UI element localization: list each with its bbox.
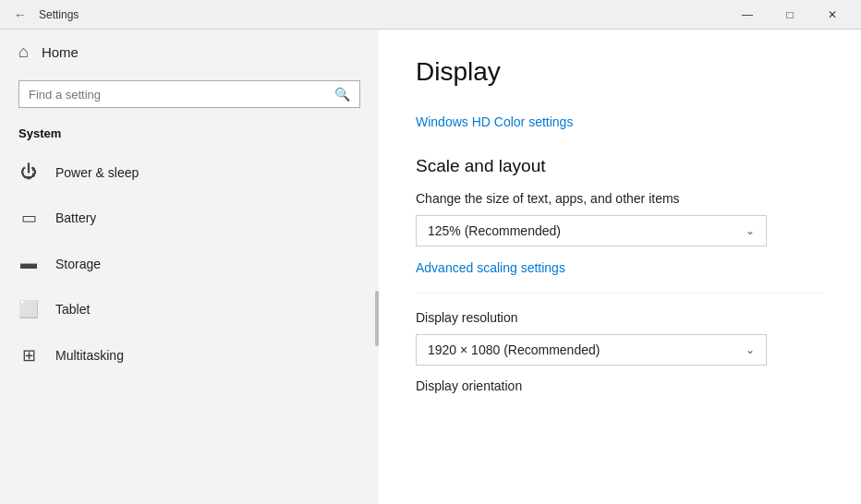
windows-hd-link[interactable]: Windows HD Color settings	[416, 114, 573, 129]
page-title: Display	[416, 57, 824, 87]
tablet-icon: ⬜	[18, 299, 39, 319]
app-body: ⌂ Home 🔍 System ⏻ Power & sleep ▭ Batter…	[0, 30, 861, 504]
search-input[interactable]	[29, 88, 327, 102]
orientation-label: Display orientation	[416, 378, 824, 393]
sidebar-item-label: Battery	[55, 210, 96, 225]
sidebar-item-label: Multitasking	[55, 348, 124, 363]
close-button[interactable]: ✕	[811, 0, 854, 30]
sidebar-item-multitasking[interactable]: ⊞ Multitasking	[0, 332, 379, 378]
sidebar-item-battery[interactable]: ▭ Battery	[0, 195, 379, 241]
sidebar-item-label: Tablet	[55, 302, 90, 317]
maximize-button[interactable]: □	[769, 0, 811, 30]
content-subtitle	[416, 94, 824, 108]
sidebar-item-tablet[interactable]: ⬜ Tablet	[0, 286, 379, 332]
scale-label: Change the size of text, apps, and other…	[416, 191, 824, 206]
section-divider	[416, 293, 824, 294]
resolution-label: Display resolution	[416, 310, 824, 325]
sidebar: ⌂ Home 🔍 System ⏻ Power & sleep ▭ Batter…	[0, 30, 379, 504]
sidebar-item-storage[interactable]: ▬ Storage	[0, 241, 379, 286]
chevron-down-icon: ⌄	[746, 343, 755, 356]
sidebar-item-power-sleep[interactable]: ⏻ Power & sleep	[0, 150, 379, 195]
sidebar-section-title: System	[0, 121, 379, 150]
storage-icon: ▬	[18, 254, 39, 273]
sidebar-item-home[interactable]: ⌂ Home	[0, 30, 379, 75]
advanced-scaling-link[interactable]: Advanced scaling settings	[416, 260, 565, 275]
window-controls: — □ ✕	[726, 0, 854, 30]
minimize-button[interactable]: —	[726, 0, 769, 30]
power-sleep-icon: ⏻	[18, 162, 39, 182]
resolution-dropdown[interactable]: 1920 × 1080 (Recommended) ⌄	[416, 334, 767, 366]
content-area: Display Windows HD Color settings Scale …	[379, 30, 861, 504]
scale-dropdown[interactable]: 125% (Recommended) ⌄	[416, 215, 767, 246]
sidebar-item-label: Power & sleep	[55, 165, 139, 180]
scale-selected-value: 125% (Recommended)	[428, 223, 561, 238]
sidebar-home-label: Home	[42, 44, 79, 60]
multitasking-icon: ⊞	[18, 345, 39, 366]
back-button[interactable]: ←	[7, 2, 33, 28]
home-icon: ⌂	[18, 42, 29, 62]
titlebar-title: Settings	[39, 8, 726, 21]
battery-icon: ▭	[18, 208, 39, 228]
sidebar-item-label: Storage	[55, 257, 101, 271]
resolution-selected-value: 1920 × 1080 (Recommended)	[428, 342, 600, 357]
chevron-down-icon: ⌄	[746, 224, 755, 237]
search-icon: 🔍	[334, 87, 350, 102]
titlebar: ← Settings — □ ✕	[0, 0, 861, 30]
search-box: 🔍	[18, 80, 360, 108]
scale-section-header: Scale and layout	[416, 156, 824, 176]
